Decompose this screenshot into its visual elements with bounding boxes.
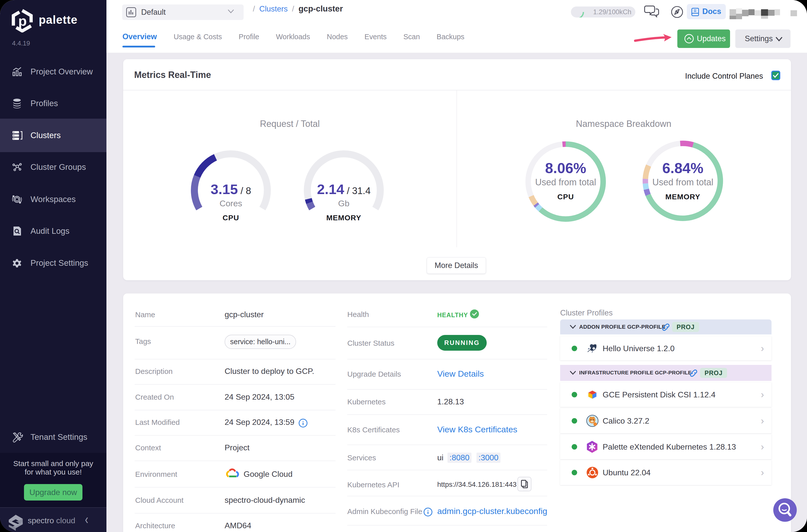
svg-text:p: p bbox=[18, 13, 27, 29]
